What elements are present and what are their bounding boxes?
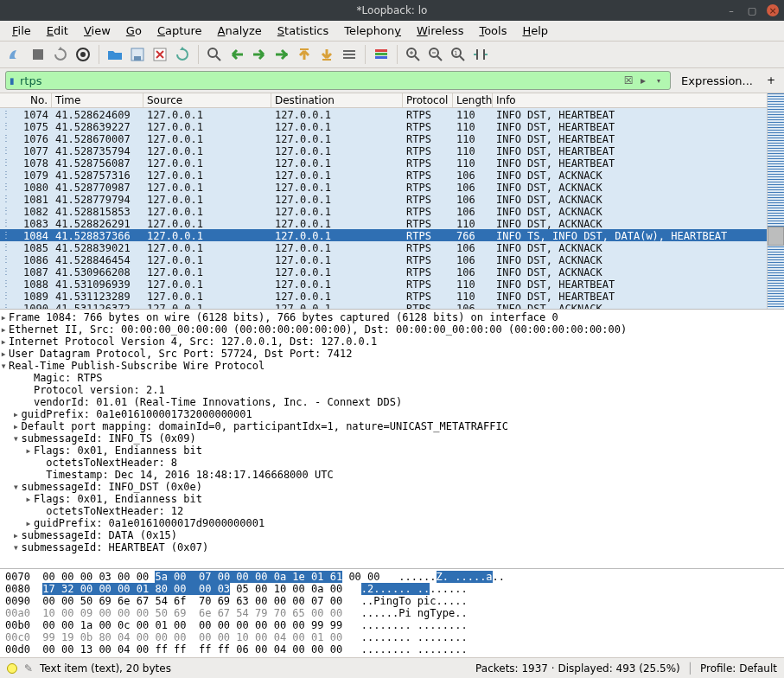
capture-options-icon[interactable] bbox=[73, 44, 93, 65]
edit-icon[interactable]: ✎ bbox=[24, 662, 33, 675]
menu-capture[interactable]: Capture bbox=[150, 22, 209, 39]
close-file-icon[interactable] bbox=[150, 44, 170, 65]
menu-go[interactable]: Go bbox=[119, 22, 149, 39]
bookmark-icon[interactable]: ▮ bbox=[10, 76, 20, 86]
hex-line[interactable]: 0090 00 00 50 69 6e 67 54 6f 70 69 63 00… bbox=[5, 595, 779, 607]
menu-tools[interactable]: Tools bbox=[472, 22, 513, 39]
menu-help[interactable]: Help bbox=[515, 22, 555, 39]
column-src[interactable]: Source bbox=[143, 93, 271, 107]
reload-file-icon[interactable] bbox=[172, 44, 193, 65]
stop-capture-icon[interactable] bbox=[28, 44, 48, 65]
menu-wireless[interactable]: Wireless bbox=[410, 22, 470, 39]
packet-row[interactable]: ⋮108541.528839021127.0.0.1127.0.0.1RTPS1… bbox=[0, 241, 767, 253]
menu-statistics[interactable]: Statistics bbox=[271, 22, 335, 39]
detail-line[interactable]: ▸submessageId: DATA (0x15) bbox=[0, 529, 781, 541]
go-forward-icon[interactable] bbox=[249, 44, 270, 65]
detail-line[interactable]: octetsToNextHeader: 8 bbox=[0, 457, 781, 469]
hex-line[interactable]: 0070 00 00 00 03 00 00 5a 00 07 00 00 00… bbox=[5, 571, 779, 583]
detail-line[interactable]: Protocol version: 2.1 bbox=[0, 384, 781, 396]
go-back-icon[interactable] bbox=[226, 44, 247, 65]
hex-line[interactable]: 00d0 00 00 13 00 04 00 ff ff ff ff 06 00… bbox=[5, 643, 779, 656]
packet-row[interactable]: ⋮108041.528770987127.0.0.1127.0.0.1RTPS1… bbox=[0, 181, 767, 193]
go-first-icon[interactable] bbox=[294, 44, 315, 65]
clear-filter-icon[interactable]: ☒ bbox=[621, 74, 635, 86]
expert-info-icon[interactable] bbox=[7, 663, 17, 674]
detail-line[interactable]: ▾submessageId: INFO_TS (0x09) bbox=[0, 432, 781, 445]
packet-row[interactable]: ⋮107641.528670007127.0.0.1127.0.0.1RTPS1… bbox=[0, 132, 767, 144]
packet-row[interactable]: ⋮107741.528735794127.0.0.1127.0.0.1RTPS1… bbox=[0, 144, 767, 157]
expression-button[interactable]: Expression... bbox=[674, 73, 760, 89]
status-profile[interactable]: Profile: Default bbox=[700, 662, 777, 675]
save-file-icon[interactable] bbox=[127, 44, 148, 65]
hex-line[interactable]: 0080 17 32 00 00 00 01 80 00 00 03 05 00… bbox=[5, 583, 779, 595]
add-filter-button[interactable]: + bbox=[763, 74, 779, 86]
column-no[interactable]: No. bbox=[0, 93, 52, 107]
packet-details-pane[interactable]: ▸Frame 1084: 766 bytes on wire (6128 bit… bbox=[0, 310, 784, 569]
detail-line[interactable]: ▸Default port mapping: domainId=0, parti… bbox=[0, 420, 781, 432]
packet-list-body[interactable]: ⋮107441.528624609127.0.0.1127.0.0.1RTPS1… bbox=[0, 108, 767, 309]
packet-list-header[interactable]: No. Time Source Destination Protocol Len… bbox=[0, 93, 767, 108]
display-filter-input[interactable] bbox=[20, 74, 621, 87]
packet-row[interactable]: ⋮108941.531123289127.0.0.1127.0.0.1RTPS1… bbox=[0, 290, 767, 302]
column-proto[interactable]: Protocol bbox=[403, 93, 453, 107]
detail-line[interactable]: ▾submessageId: INFO_DST (0x0e) bbox=[0, 481, 781, 493]
packet-row[interactable]: ⋮108841.531096939127.0.0.1127.0.0.1RTPS1… bbox=[0, 278, 767, 290]
packet-row[interactable]: ⋮107941.528757316127.0.0.1127.0.0.1RTPS1… bbox=[0, 169, 767, 181]
detail-line[interactable]: ▸Internet Protocol Version 4, Src: 127.0… bbox=[0, 336, 781, 348]
menu-telephony[interactable]: Telephony bbox=[337, 22, 408, 39]
open-file-icon[interactable] bbox=[105, 44, 125, 65]
detail-line[interactable]: ▾submessageId: HEARTBEAT (0x07) bbox=[0, 541, 781, 553]
packet-row[interactable]: ⋮108441.528837366127.0.0.1127.0.0.1RTPS7… bbox=[0, 229, 767, 241]
close-button[interactable]: × bbox=[767, 4, 779, 16]
detail-line[interactable]: octetsToNextHeader: 12 bbox=[0, 505, 781, 517]
detail-line[interactable]: ▸Frame 1084: 766 bytes on wire (6128 bit… bbox=[0, 311, 781, 323]
hex-line[interactable]: 00c0 99 19 0b 80 04 00 00 00 00 00 10 00… bbox=[5, 631, 779, 643]
detail-line[interactable]: ▸Ethernet II, Src: 00:00:00_00:00:00 (00… bbox=[0, 323, 781, 336]
start-capture-icon[interactable] bbox=[5, 44, 26, 65]
packet-row[interactable]: ⋮108341.528826291127.0.0.1127.0.0.1RTPS1… bbox=[0, 217, 767, 229]
packet-row[interactable]: ⋮108241.528815853127.0.0.1127.0.0.1RTPS1… bbox=[0, 205, 767, 217]
go-to-packet-icon[interactable] bbox=[271, 44, 292, 65]
zoom-reset-icon[interactable]: 1 bbox=[448, 44, 468, 65]
column-info[interactable]: Info bbox=[493, 93, 767, 107]
detail-line[interactable]: ▸User Datagram Protocol, Src Port: 57724… bbox=[0, 348, 781, 360]
apply-filter-icon[interactable]: ▸ bbox=[635, 74, 651, 86]
packet-row[interactable]: ⋮107541.528639227127.0.0.1127.0.0.1RTPS1… bbox=[0, 120, 767, 132]
packet-row[interactable]: ⋮109041.531126372127.0.0.1127.0.0.1RTPS1… bbox=[0, 302, 767, 309]
detail-line[interactable]: ▸guidPrefix: 0a1e0161000017d9000000001 bbox=[0, 517, 781, 529]
display-filter-box[interactable]: ▮ ☒ ▸ ▾ bbox=[5, 71, 671, 90]
detail-line[interactable]: Magic: RTPS bbox=[0, 372, 781, 384]
detail-line[interactable]: ▸Flags: 0x01, Endianness bit bbox=[0, 493, 781, 505]
menu-file[interactable]: File bbox=[5, 22, 38, 39]
detail-line[interactable]: Timestamp: Dec 14, 2016 18:48:17.1466680… bbox=[0, 469, 781, 481]
packet-row[interactable]: ⋮107441.528624609127.0.0.1127.0.0.1RTPS1… bbox=[0, 108, 767, 120]
column-dst[interactable]: Destination bbox=[271, 93, 403, 107]
zoom-in-icon[interactable] bbox=[403, 44, 424, 65]
column-len[interactable]: Length bbox=[453, 93, 493, 107]
detail-line[interactable]: vendorId: 01.01 (Real-Time Innovations, … bbox=[0, 396, 781, 408]
menu-view[interactable]: View bbox=[77, 22, 118, 39]
packet-row[interactable]: ⋮108641.528846454127.0.0.1127.0.0.1RTPS1… bbox=[0, 253, 767, 265]
minimize-button[interactable]: – bbox=[725, 4, 737, 16]
find-icon[interactable] bbox=[204, 44, 225, 65]
menu-edit[interactable]: Edit bbox=[40, 22, 75, 39]
filter-dropdown-icon[interactable]: ▾ bbox=[651, 77, 666, 85]
packet-row[interactable]: ⋮108141.528779794127.0.0.1127.0.0.1RTPS1… bbox=[0, 193, 767, 205]
colorize-icon[interactable] bbox=[371, 44, 392, 65]
resize-columns-icon[interactable] bbox=[470, 44, 491, 65]
hex-line[interactable]: 00a0 10 00 09 00 00 00 50 69 6e 67 54 79… bbox=[5, 607, 779, 619]
column-time[interactable]: Time bbox=[52, 93, 143, 107]
packet-row[interactable]: ⋮108741.530966208127.0.0.1127.0.0.1RTPS1… bbox=[0, 265, 767, 278]
packet-bytes-pane[interactable]: 0070 00 00 00 03 00 00 5a 00 07 00 00 00… bbox=[0, 569, 784, 657]
maximize-button[interactable]: ▢ bbox=[746, 4, 758, 16]
go-last-icon[interactable] bbox=[316, 44, 337, 65]
menu-analyze[interactable]: Analyze bbox=[211, 22, 269, 39]
packet-list-scrollbar[interactable] bbox=[767, 93, 784, 309]
zoom-out-icon[interactable] bbox=[425, 44, 446, 65]
hex-line[interactable]: 00b0 00 00 1a 00 0c 00 01 00 00 00 00 00… bbox=[5, 619, 779, 631]
autoscroll-icon[interactable] bbox=[339, 44, 360, 65]
detail-line[interactable]: ▸Flags: 0x01, Endianness bit bbox=[0, 445, 781, 457]
packet-row[interactable]: ⋮107841.528756087127.0.0.1127.0.0.1RTPS1… bbox=[0, 157, 767, 169]
detail-line[interactable]: ▾Real-Time Publish-Subscribe Wire Protoc… bbox=[0, 360, 781, 372]
restart-capture-icon[interactable] bbox=[50, 44, 71, 65]
